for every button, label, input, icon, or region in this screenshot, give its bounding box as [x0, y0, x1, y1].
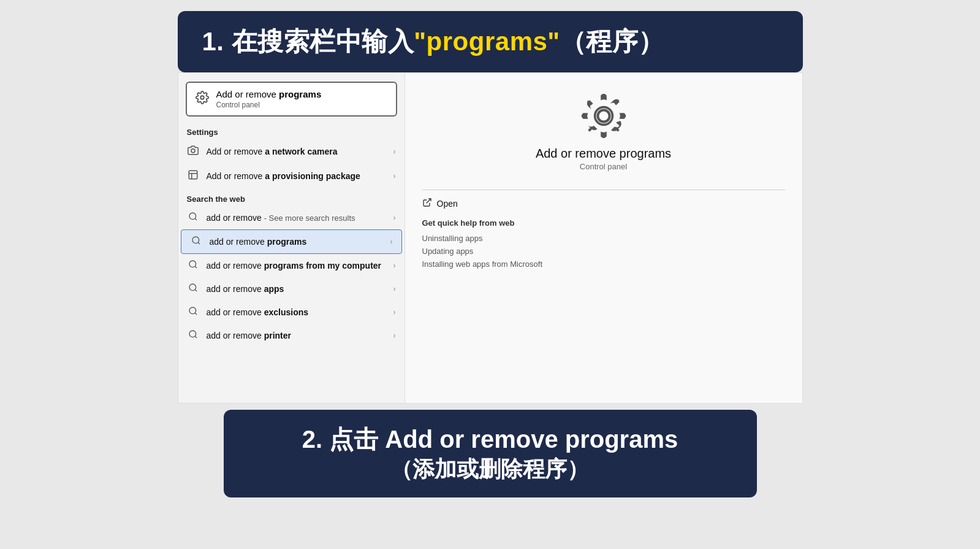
svg-line-14 — [195, 336, 197, 338]
top-instruction-banner: 1. 在搜索栏中输入"programs"（程序） — [178, 11, 803, 72]
svg-line-10 — [195, 290, 197, 291]
list-item-apps[interactable]: add or remove apps › — [178, 277, 405, 301]
web-help-item-2[interactable]: Updating apps — [422, 247, 474, 256]
right-pane-divider — [422, 190, 785, 190]
bottom-banner-text: 2. 点击 Add or remove programs （添加或删除程序） — [302, 423, 678, 484]
left-pane: Add or remove programs Control panel Set… — [178, 73, 405, 403]
list-item-camera[interactable]: Add or remove a network camera › — [178, 139, 405, 164]
svg-point-13 — [189, 331, 196, 337]
search-icon-3 — [187, 259, 199, 272]
right-pane-title: Add or remove programs — [536, 147, 671, 161]
chevron-right-icon-5: › — [393, 261, 396, 270]
web-help-label: Get quick help from web — [422, 218, 515, 228]
web-help-item-3[interactable]: Installing web apps from Microsoft — [422, 259, 543, 269]
search-icon-2 — [190, 236, 202, 248]
svg-point-5 — [192, 237, 199, 244]
right-pane: Add or remove programs Control panel Ope… — [405, 73, 802, 403]
chevron-right-icon-3: › — [393, 213, 396, 222]
svg-point-3 — [189, 213, 196, 220]
list-item-web-general[interactable]: add or remove - See more search results … — [178, 206, 405, 229]
printer-label: add or remove printer — [207, 331, 390, 340]
search-icon-1 — [187, 212, 199, 224]
programs-highlighted-label: add or remove programs — [210, 237, 387, 247]
camera-icon — [187, 145, 199, 158]
svg-line-6 — [198, 242, 200, 244]
search-panel: Add or remove programs Control panel Set… — [178, 72, 803, 404]
exclusions-label: add or remove exclusions — [207, 307, 390, 317]
svg-line-12 — [195, 313, 197, 315]
web-help-item-1[interactable]: Uninstalling apps — [422, 234, 483, 243]
bottom-instruction-banner: 2. 点击 Add or remove programs （添加或删除程序） — [224, 410, 757, 497]
right-pane-header: Add or remove programs Control panel — [422, 91, 785, 171]
search-icon-6 — [187, 329, 199, 342]
svg-point-0 — [200, 96, 204, 99]
package-icon — [187, 169, 199, 183]
search-icon-4 — [187, 283, 199, 295]
svg-point-7 — [189, 261, 196, 267]
chevron-right-icon-7: › — [393, 308, 396, 317]
svg-point-11 — [189, 307, 196, 314]
camera-item-label: Add or remove a network camera — [207, 147, 390, 156]
open-label: Open — [437, 199, 458, 209]
settings-section-header: Settings — [178, 121, 405, 139]
top-result-item[interactable]: Add or remove programs Control panel — [186, 82, 397, 117]
top-result-text: Add or remove programs Control panel — [216, 89, 322, 109]
svg-line-4 — [195, 218, 197, 220]
top-result-title: Add or remove programs — [216, 89, 322, 99]
web-section-header: Search the web — [178, 188, 405, 206]
chevron-right-icon-4: › — [390, 237, 393, 246]
chevron-right-icon-8: › — [393, 331, 396, 340]
chevron-right-icon: › — [393, 147, 396, 156]
svg-rect-2 — [189, 171, 197, 179]
chevron-right-icon-6: › — [393, 285, 396, 293]
gear-icon-large — [579, 91, 628, 140]
list-item-programs-computer[interactable]: add or remove programs from my computer … — [178, 254, 405, 277]
settings-icon — [196, 91, 209, 107]
list-item-provisioning[interactable]: Add or remove a provisioning package › — [178, 164, 405, 188]
svg-line-18 — [426, 199, 430, 203]
svg-point-9 — [189, 284, 196, 291]
top-banner-text: 1. 在搜索栏中输入"programs"（程序） — [202, 25, 664, 59]
right-pane-subtitle: Control panel — [580, 162, 627, 171]
list-item-programs-highlighted[interactable]: add or remove programs › — [181, 229, 402, 254]
apps-label: add or remove apps — [207, 284, 390, 294]
open-button[interactable]: Open — [422, 198, 458, 210]
list-item-exclusions[interactable]: add or remove exclusions › — [178, 301, 405, 324]
svg-point-1 — [191, 149, 195, 153]
chevron-right-icon-2: › — [393, 172, 396, 180]
search-icon-5 — [187, 306, 199, 318]
top-result-subtitle: Control panel — [216, 101, 322, 109]
list-item-printer[interactable]: add or remove printer › — [178, 324, 405, 347]
svg-line-8 — [195, 266, 197, 268]
provisioning-item-label: Add or remove a provisioning package — [207, 171, 390, 181]
programs-computer-label: add or remove programs from my computer — [207, 261, 390, 271]
external-link-icon — [422, 198, 432, 210]
web-general-label: add or remove - See more search results — [207, 213, 390, 223]
